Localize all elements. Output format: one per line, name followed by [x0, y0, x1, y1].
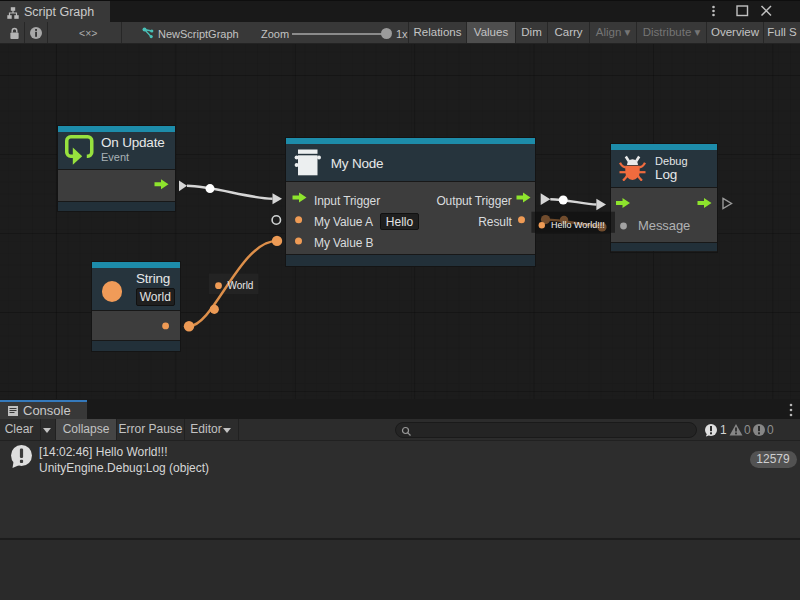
svg-text:Hello World!!!: Hello World!!! [551, 220, 605, 230]
svg-text:World: World [228, 280, 254, 291]
